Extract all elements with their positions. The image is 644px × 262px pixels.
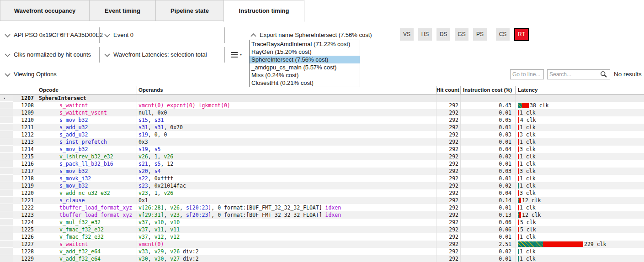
cost-cell: 0.13 [461,211,516,219]
operand-segment: , [180,204,186,211]
table-row[interactable]: 1222tbuffer_load_format_xyzv[26:28], v26… [0,204,644,211]
event-combo[interactable]: Event 0 [104,28,133,42]
operand-segment: s31 [138,124,148,131]
toolbar-divider [99,47,100,63]
opcode-cell: v_add_nc_u32_e32 [36,189,137,197]
line-number: 1209 [13,109,36,116]
cost-cell: 0.43 [461,102,516,109]
viewing-options-combo[interactable]: Viewing Options [5,68,57,81]
stage-button-ps[interactable]: PS [473,28,487,41]
stage-button-rt[interactable]: RT [514,28,529,41]
operand-segment: , [148,256,154,262]
row-gutter [0,248,13,255]
operands-cell: v23, 1, v26 [137,189,436,197]
table-row[interactable]: 1228v_add_f32_e64v33, v29, v26 div:22920… [0,248,644,255]
table-row[interactable]: 1209s_waitcnt_vscntnull, 0x02920.011 clk [0,109,644,116]
column-header-latency[interactable]: Latency [516,86,644,94]
tab-instruction-timing[interactable]: Instruction timing [224,0,304,22]
export-option[interactable]: ClosestHit (0.21% cost) [250,79,360,87]
export-option[interactable]: Miss (0.24% cost) [250,71,360,79]
tab-event-timing[interactable]: Event timing [89,0,156,21]
table-row[interactable]: 1208s_waitcntvmcnt(0) expcnt(0) lgkmcnt(… [0,102,644,109]
hit-count-cell: 292 [436,204,461,211]
column-header-operands[interactable]: Operands [137,86,436,94]
goto-line-input[interactable] [510,69,544,79]
table-row[interactable]: 1220v_add_nc_u32_e32v23, 1, v262920.043 … [0,189,644,197]
line-number: 1208 [13,102,36,109]
table-row[interactable]: 1213s_inst_prefetch0x32920.011 clk [0,138,644,146]
latency-bar [518,103,522,108]
opcode-cell: s_mov_b32 [36,116,137,124]
table-row[interactable]: 1219s_mov_b32s23, 0x21014fac2920.021 clk [0,182,644,189]
operand-segment: , 0xffff [148,175,173,182]
table-row[interactable]: 1214s_mov_b32s19, s52920.043 clk [0,146,644,153]
stage-button-gs[interactable]: GS [455,28,468,41]
collapse-triangle-icon[interactable]: ▾ [3,94,5,102]
table-row[interactable]: 1211s_add_u32s31, s31, 0x702920.011 clk [0,124,644,131]
table-row[interactable]: 1216s_pack_ll_b32_b16s21, s5, 122920.011… [0,160,644,168]
row-gutter [0,124,13,131]
cost-cell: 0.01 [461,204,516,211]
table-row[interactable]: 1212s_add_u32s19, 0, 02920.033 clk [0,131,644,138]
row-gutter: ▾ [0,94,13,102]
line-number: 1213 [13,138,36,146]
toolbar-divider [396,26,396,43]
search-icon[interactable] [600,71,607,78]
table-row[interactable]: 1223tbuffer_load_format_xyzv[29:31], v23… [0,211,644,219]
column-header-opcode[interactable]: Opcode [13,86,137,94]
latency-bar [519,198,521,203]
column-header-hit-count[interactable]: Hit count [436,86,461,94]
stage-button-cs[interactable]: CS [496,28,510,41]
row-gutter [0,168,13,175]
latency-cell: 1 clk [516,255,644,262]
table-row[interactable]: 1226v_fmac_f32_e32v37, v12, v122920.011 … [0,233,644,241]
export-option[interactable]: RayGen (15.20% cost) [250,48,360,56]
stage-button-hs[interactable]: HS [418,28,432,41]
table-row[interactable]: 1225v_fmac_f32_e32v37, v11, v112920.065 … [0,226,644,233]
line-number: 1207 [13,94,36,102]
latency-value: 5 clk [520,226,536,233]
latency-bar [518,154,519,159]
export-option[interactable]: SphereIntersect (7.56% cost) [250,56,360,63]
operand-segment: v26 [138,153,148,160]
hit-count-cell: 292 [436,168,461,175]
menu-icon[interactable]: ▾ [231,52,239,58]
table-row[interactable]: 1221s_clause0x12920.1412 clk [0,197,644,204]
tab-pipeline-state[interactable]: Pipeline state [155,0,224,21]
operands-cell: v37, v12, v12 [137,233,436,241]
table-row[interactable]: 1217s_mov_b32s20, s42920.033 clk [0,168,644,175]
table-group-row[interactable]: ▾1207SphereIntersect [0,94,644,102]
operand-segment: v26 [170,248,180,255]
latency-bar [518,190,519,196]
column-header-instruction-cost[interactable]: Instruction cost (%) [461,86,516,94]
table-row[interactable]: 1224v_mul_f32_e32v37, v10, v102920.065 c… [0,219,644,226]
table-row[interactable]: 1227s_waitcntvmcnt(0)2922.51229 clk [0,241,644,248]
export-option[interactable]: TraceRaysAmdInternal (71.22% cost) [250,40,360,48]
table-row[interactable]: 1215v_lshlrev_b32_e32v26, 1, v262920.021… [0,153,644,160]
table-row[interactable]: 1218s_movk_i32s22, 0xffff2920.011 clk [0,175,644,182]
stage-button-ds[interactable]: DS [436,28,450,41]
operand-segment: v12 [154,234,164,240]
operand-segment: v26 [164,153,173,160]
operand-segment: , 1, [148,153,164,160]
export-option[interactable]: _amdgpu_cs_main (5.57% cost) [250,63,360,71]
operands-cell: v37, v11, v11 [137,226,436,233]
clks-normalized-combo[interactable]: Clks normalized by hit counts [5,48,91,62]
api-pso-combo[interactable]: API PSO 0x19CF6FFAA35D00E2 [5,28,103,42]
latency-cell: 1 clk [516,204,644,211]
operands-cell: s22, 0xffff [137,175,436,182]
stage-button-vs[interactable]: VS [400,28,414,41]
operand-segment: , [164,234,170,240]
tab-wavefront-occupancy[interactable]: Wavefront occupancy [0,0,90,21]
operand-segment: s21 [138,161,148,167]
operands-cell: s19, 0, 0 [137,131,436,138]
table-row[interactable]: 1229v_add_f32_e64v30, v30, v27 div:22920… [0,255,644,262]
wavefront-latencies-combo[interactable]: Wavefront Latencies: selection total [104,48,207,62]
operand-segment: v37 [138,234,148,240]
hit-count-cell: 292 [436,189,461,197]
hit-count-cell: 292 [436,233,461,241]
table-row[interactable]: 1210s_mov_b32s15, s312920.054 clk [0,116,644,124]
latency-cell: 1 clk [516,248,644,255]
opcode-cell: v_lshlrev_b32_e32 [36,153,137,160]
hit-count-cell: 292 [436,255,461,262]
